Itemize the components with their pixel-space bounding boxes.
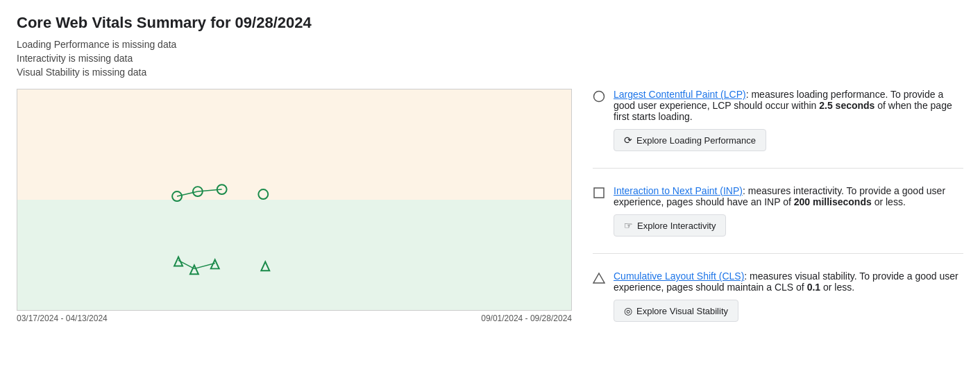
metric-cls: Cumulative Layout Shift (CLS): measures … (593, 271, 963, 322)
cls-bold: 0.1 (807, 282, 820, 293)
explore-lcp-button[interactable]: ⟳ Explore Loading Performance (614, 129, 766, 151)
svg-rect-13 (594, 188, 604, 198)
missing-item-0: Loading Performance is missing data (17, 39, 963, 50)
svg-marker-11 (261, 261, 269, 271)
chart-date-start: 03/17/2024 - 04/13/2024 (17, 314, 108, 323)
inp-content: Interaction to Next Paint (INP): measure… (614, 185, 963, 237)
inp-desc-mid: or less. (872, 196, 906, 207)
inp-title[interactable]: Interaction to Next Paint (INP) (614, 185, 743, 196)
missing-item-2: Visual Stability is missing data (17, 67, 963, 78)
missing-data-list: Loading Performance is missing data Inte… (17, 39, 963, 78)
svg-marker-14 (593, 273, 605, 283)
cls-title[interactable]: Cumulative Layout Shift (CLS) (614, 271, 744, 282)
missing-item-1: Interactivity is missing data (17, 53, 963, 64)
metric-lcp: Largest Contentful Paint (LCP): measures… (593, 89, 963, 151)
explore-inp-label: Explore Interactivity (637, 221, 716, 231)
cls-content: Cumulative Layout Shift (CLS): measures … (614, 271, 963, 322)
lcp-title[interactable]: Largest Contentful Paint (LCP) (614, 89, 746, 100)
svg-point-12 (594, 92, 605, 102)
page-title: Core Web Vitals Summary for 09/28/2024 (17, 14, 963, 32)
chart-svg (17, 89, 571, 310)
svg-line-1 (198, 189, 222, 191)
divider-2 (593, 253, 963, 254)
chart-footer: 03/17/2024 - 04/13/2024 09/01/2024 - 09/… (17, 314, 572, 323)
explore-cls-button[interactable]: ◎ Explore Visual Stability (614, 300, 738, 322)
chart-date-end: 09/01/2024 - 09/28/2024 (481, 314, 572, 323)
explore-cls-icon: ◎ (624, 305, 632, 316)
metric-inp: Interaction to Next Paint (INP): measure… (593, 185, 963, 237)
lcp-icon (593, 90, 605, 103)
lcp-bold: 2.5 seconds (819, 100, 875, 111)
cls-desc-mid: or less. (820, 282, 854, 293)
chart-container: 03/17/2024 - 04/13/2024 09/01/2024 - 09/… (17, 89, 572, 323)
explore-inp-icon: ☞ (624, 220, 633, 231)
explore-cls-label: Explore Visual Stability (636, 306, 728, 316)
right-panel: Largest Contentful Paint (LCP): measures… (593, 89, 963, 323)
svg-point-5 (258, 189, 268, 199)
cls-icon (593, 272, 605, 284)
inp-bold: 200 milliseconds (794, 196, 872, 207)
inp-icon (593, 187, 605, 199)
main-layout: 03/17/2024 - 04/13/2024 09/01/2024 - 09/… (17, 89, 963, 323)
lcp-content: Largest Contentful Paint (LCP): measures… (614, 89, 963, 151)
explore-inp-button[interactable]: ☞ Explore Interactivity (614, 214, 726, 237)
chart-area (17, 89, 572, 311)
divider-1 (593, 168, 963, 169)
explore-lcp-label: Explore Loading Performance (636, 135, 756, 146)
explore-lcp-icon: ⟳ (624, 135, 632, 146)
svg-marker-9 (190, 265, 198, 274)
